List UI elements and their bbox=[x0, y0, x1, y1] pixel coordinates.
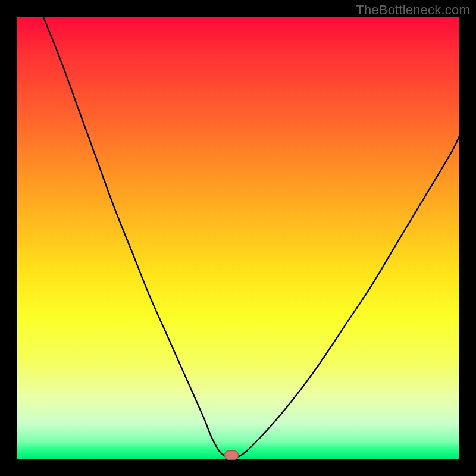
plot-area bbox=[17, 17, 459, 459]
bottleneck-marker bbox=[224, 450, 239, 460]
chart-stage: TheBottleneck.com bbox=[0, 0, 476, 476]
watermark-text: TheBottleneck.com bbox=[356, 2, 470, 18]
bottleneck-curve bbox=[17, 17, 459, 459]
